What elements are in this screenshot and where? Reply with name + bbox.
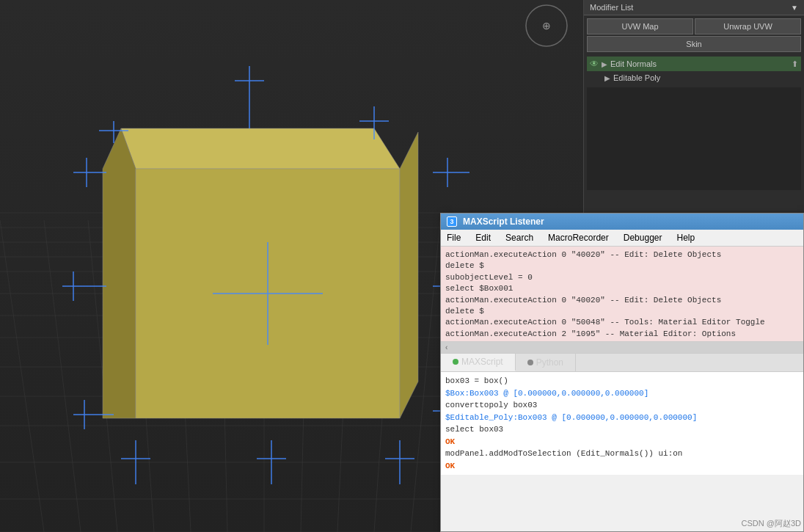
modifier-list-dropdown[interactable]: ▼ bbox=[791, 4, 798, 12]
input-line-6: OK bbox=[445, 436, 799, 448]
uvw-map-button[interactable]: UVW Map bbox=[587, 18, 693, 34]
right-panel: Modifier List ▼ UVW Map Unwrap UVW Skin … bbox=[583, 0, 804, 213]
output-line-5: actionMan.executeAction 0 "40020" -- Edi… bbox=[445, 295, 799, 306]
svg-marker-32 bbox=[400, 132, 418, 418]
arrow-icon-2: ▶ bbox=[604, 74, 610, 82]
menu-debugger[interactable]: Debugger bbox=[621, 231, 665, 244]
modifier-item-edit-normals[interactable]: 👁 ▶ Edit Normals ⬆ bbox=[587, 57, 801, 71]
skin-button[interactable]: Skin bbox=[587, 36, 801, 52]
modifier-stack: 👁 ▶ Edit Normals ⬆ ▶ Editable Poly bbox=[584, 55, 804, 86]
menu-help[interactable]: Help bbox=[673, 231, 698, 244]
modifier-item-editable-poly[interactable]: ▶ Editable Poly bbox=[587, 71, 801, 84]
unwrap-uvw-button[interactable]: Unwrap UVW bbox=[695, 18, 801, 34]
svg-marker-30 bbox=[103, 128, 136, 418]
tab-maxscript[interactable]: MAXScript bbox=[441, 354, 516, 371]
arrow-icon: ▶ bbox=[602, 60, 607, 68]
window-titlebar[interactable]: 3 MAXScript Listener bbox=[441, 214, 803, 230]
eye-icon[interactable]: 👁 bbox=[590, 59, 599, 69]
menu-file[interactable]: File bbox=[444, 231, 464, 244]
modifier-list-label: Modifier List bbox=[590, 3, 633, 12]
modifier-empty-area bbox=[587, 87, 801, 190]
tab-dot-maxscript bbox=[453, 359, 458, 365]
tab-label-maxscript: MAXScript bbox=[461, 357, 503, 367]
tab-label-python: Python bbox=[536, 357, 563, 368]
scroll-indicator[interactable]: ‹ bbox=[441, 342, 803, 354]
modifier-btn-row-1: UVW Map Unwrap UVW bbox=[587, 18, 801, 34]
listener-output: actionMan.executeAction 0 "40020" -- Edi… bbox=[441, 247, 803, 342]
menu-macrorecorder[interactable]: MacroRecorder bbox=[545, 231, 612, 244]
maxscript-window: 3 MAXScript Listener File Edit Search Ma… bbox=[440, 213, 804, 532]
tab-python[interactable]: Python bbox=[516, 354, 576, 371]
window-menubar: File Edit Search MacroRecorder Debugger … bbox=[441, 230, 803, 247]
output-line-1: actionMan.executeAction 0 "40020" -- Edi… bbox=[445, 249, 799, 260]
window-icon: 3 bbox=[447, 216, 457, 227]
modifier-list-header: Modifier List ▼ bbox=[584, 0, 804, 15]
modifier-name-editable-poly: Editable Poly bbox=[613, 73, 798, 82]
window-title: MAXScript Listener bbox=[463, 216, 544, 227]
output-line-7: actionMan.executeAction 0 "50048" -- Too… bbox=[445, 317, 799, 328]
listener-input[interactable]: box03 = box() $Box:Box003 @ [0.000000,0.… bbox=[441, 372, 803, 475]
input-line-2: $Box:Box003 @ [0.000000,0.000000,0.00000… bbox=[445, 387, 799, 400]
input-line-4: $Editable_Poly:Box003 @ [0.000000,0.0000… bbox=[445, 412, 799, 424]
tab-dot-python bbox=[527, 360, 533, 365]
output-line-8: actionMan.executeAction 2 "1095" -- Mate… bbox=[445, 329, 799, 340]
modifier-btn-row-2: Skin bbox=[587, 36, 801, 52]
output-line-4: select $Box001 bbox=[445, 283, 799, 294]
watermark: CSDN @阿赵3D bbox=[742, 518, 801, 529]
input-line-1: box03 = box() bbox=[445, 375, 799, 387]
output-line-2: delete $ bbox=[445, 260, 799, 272]
save-icon: ⬆ bbox=[792, 59, 798, 69]
input-line-8: OK bbox=[445, 460, 799, 473]
svg-text:⊕: ⊕ bbox=[542, 20, 551, 32]
menu-edit[interactable]: Edit bbox=[472, 231, 494, 244]
svg-marker-29 bbox=[121, 128, 400, 169]
output-line-3: subobjectLevel = 0 bbox=[445, 272, 799, 283]
input-line-7: modPanel.addModToSelection (Edit_Normals… bbox=[445, 448, 799, 460]
modifier-buttons: UVW Map Unwrap UVW Skin bbox=[584, 15, 804, 55]
input-line-5: select box03 bbox=[445, 423, 799, 436]
modifier-name-edit-normals: Edit Normals bbox=[610, 59, 789, 68]
menu-search[interactable]: Search bbox=[503, 231, 536, 244]
output-line-6: delete $ bbox=[445, 306, 799, 317]
tabs-bar: MAXScript Python bbox=[441, 354, 803, 372]
input-line-3: converttopoly box03 bbox=[445, 399, 799, 412]
